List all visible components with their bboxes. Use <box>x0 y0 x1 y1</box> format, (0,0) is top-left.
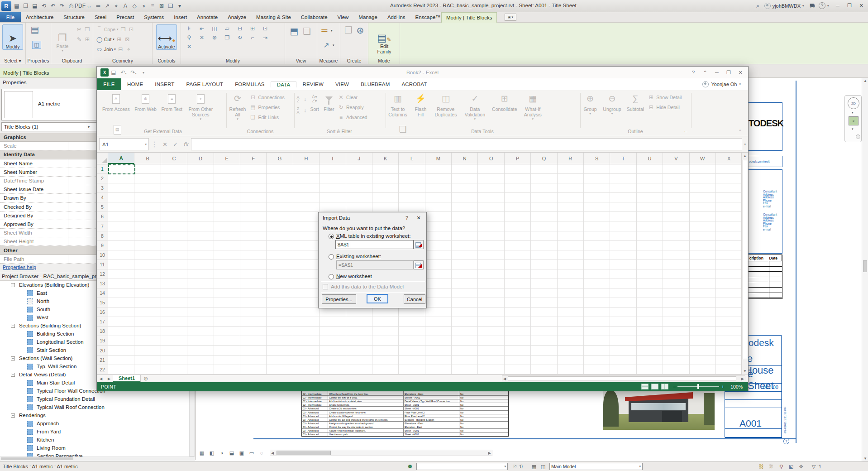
column-header[interactable]: C <box>161 153 187 164</box>
sun-path-icon[interactable]: ◑ <box>218 449 225 457</box>
activate-button[interactable]: ⟷● Activate <box>156 24 177 50</box>
excel-save-icon[interactable]: ⬓ <box>109 69 119 76</box>
column-header[interactable]: M <box>425 153 452 164</box>
column-header[interactable]: K <box>372 153 399 164</box>
column-header[interactable]: W <box>690 153 716 164</box>
grid-row[interactable]: 5 <box>97 202 748 212</box>
worksharing-display-icon[interactable]: ▦ <box>530 463 538 470</box>
measure-diagonal-caret-icon[interactable]: ▾ <box>333 43 334 47</box>
collapse-icon[interactable] <box>11 283 15 287</box>
name-box[interactable]: A1▾ <box>99 138 149 150</box>
excel-hscroll-thumb[interactable] <box>508 376 736 380</box>
offset-icon[interactable]: ⇤ <box>197 24 206 33</box>
tree-item[interactable]: Kitchen <box>0 436 195 444</box>
crop-view-icon[interactable]: ▣ <box>238 449 245 457</box>
unpin-icon[interactable]: ✕ <box>197 34 206 42</box>
range-picker-icon-2[interactable] <box>414 260 424 269</box>
help-menu-caret-icon[interactable]: ▾ <box>827 4 831 8</box>
redo-icon[interactable]: ↷ <box>57 2 67 10</box>
normal-view-icon[interactable] <box>641 384 649 389</box>
Analyze[interactable]: Analyze <box>223 14 251 20</box>
delete-icon[interactable]: ✕ <box>185 43 194 51</box>
column-header[interactable]: E <box>214 153 240 164</box>
refresh-all-button[interactable]: ⟳Refresh All▾ <box>228 91 248 122</box>
column-header[interactable]: F <box>240 153 267 164</box>
tree-item[interactable]: From Yard <box>0 428 195 436</box>
column-header[interactable]: X <box>716 153 742 164</box>
excel-qat-customize-icon[interactable]: ▾ <box>138 71 148 75</box>
type-properties-icon[interactable]: ◫ <box>32 41 41 49</box>
Precast[interactable]: Precast <box>111 14 139 20</box>
tab-modify-title-blocks[interactable]: Modify | Title Blocks <box>441 12 497 23</box>
Enscape™[interactable]: Enscape™ <box>410 14 446 20</box>
copy-clipboard-icon[interactable]: ❐ <box>83 25 92 34</box>
tree-item[interactable]: Typical Foundation Detail <box>0 395 195 403</box>
data-validation-button[interactable]: ✓Data Validation▾ <box>462 91 488 122</box>
grid-row[interactable]: 2 <box>97 174 748 183</box>
select-by-face-icon[interactable]: ⬕ <box>787 463 795 470</box>
enter-entry-icon[interactable]: ✓ <box>170 141 181 148</box>
excel-hscroll-right-icon[interactable]: ▶ <box>741 377 744 381</box>
mirror-icon[interactable]: ◫ <box>210 24 219 33</box>
cut-geometry-button[interactable]: ◯Cut ▾⊞⊠ <box>96 35 131 43</box>
column-header[interactable]: J <box>346 153 372 164</box>
column-header[interactable]: S <box>584 153 610 164</box>
tab-file[interactable]: File <box>0 12 21 22</box>
open-icon[interactable]: ❐ <box>21 2 30 10</box>
scroll-up-icon[interactable]: ▲ <box>863 79 867 83</box>
zoom-slider-thumb[interactable] <box>697 384 699 389</box>
signed-in-user[interactable]: yjohBMWDX <box>773 3 801 9</box>
rotate-icon[interactable]: ↻ <box>235 34 244 42</box>
excel-minimize-button[interactable]: ─ <box>711 68 723 77</box>
connection-properties-button[interactable]: ▤Properties <box>249 102 284 112</box>
new-sheet-icon[interactable]: ⊕ <box>141 375 151 382</box>
column-header[interactable]: V <box>663 153 689 164</box>
excel-tab-file[interactable]: FILE <box>97 78 121 90</box>
column-header[interactable]: L <box>399 153 425 164</box>
page-layout-view-icon[interactable] <box>651 384 658 389</box>
range-picker-icon-1[interactable] <box>414 240 424 249</box>
restore-button[interactable]: ❐ <box>844 2 854 10</box>
browser-horizontal-scrollbar[interactable] <box>0 457 195 461</box>
grid-row[interactable]: 21 <box>97 356 748 365</box>
column-header[interactable]: I <box>320 153 346 164</box>
print-icon[interactable]: ⎙ <box>67 2 76 10</box>
hide-detail-button[interactable]: ⊟Hide Detail <box>648 102 682 112</box>
sheet-nav-right-icon[interactable]: ▶ <box>105 377 113 381</box>
select-pinned-icon[interactable]: ⚲ <box>777 463 785 470</box>
name-box-caret-icon[interactable]: ▾ <box>145 143 148 146</box>
canvas-vertical-scrollbar[interactable]: ▲ ▼ <box>862 78 868 461</box>
close-hidden-windows-icon[interactable]: ⊠ <box>157 2 166 10</box>
excel-account[interactable]: Yoonjae Oh ▾ <box>702 78 741 90</box>
hscroll-thumb[interactable] <box>277 451 331 455</box>
temporary-hide-icon[interactable]: ◌ <box>258 449 265 457</box>
Annotate[interactable]: Annotate <box>192 14 223 20</box>
export-pdf-icon[interactable]: PDF <box>76 2 85 10</box>
scale-icon[interactable]: ⊡ <box>261 24 270 33</box>
minimize-button[interactable]: ─ <box>833 2 843 10</box>
switch-windows-icon[interactable]: ❏ <box>166 2 175 10</box>
scroll-right-icon[interactable]: ▶ <box>488 451 491 455</box>
Add-Ins[interactable]: Add-Ins <box>382 14 410 20</box>
select-underlay-icon[interactable]: ⛆ <box>768 463 775 470</box>
destination-input[interactable]: $A$1 <box>335 240 414 249</box>
account-avatar[interactable] <box>764 3 771 9</box>
move-icon[interactable]: ⊕ <box>210 34 219 42</box>
grid-row[interactable]: 18 <box>97 327 748 336</box>
Massing & Site[interactable]: Massing & Site <box>251 14 296 20</box>
store-cart-icon[interactable]: ⛟ <box>808 1 817 10</box>
excel-vertical-scrollbar[interactable]: ▲ ▼ <box>741 153 748 375</box>
measure-between-icon[interactable]: ↗ <box>103 2 112 10</box>
excel-help-icon[interactable]: ? <box>687 68 699 77</box>
measure-ruler-icon[interactable]: ═ <box>320 26 329 34</box>
save-icon[interactable]: ⬓ <box>30 2 39 10</box>
tree-item[interactable]: Renderings <box>0 411 195 419</box>
workset-select[interactable]: ▾ <box>416 463 508 470</box>
zoom-slider[interactable] <box>677 386 719 387</box>
visual-style-icon[interactable]: ◧ <box>208 449 215 457</box>
panel-label-select[interactable]: Select ▾ <box>0 58 25 63</box>
advanced-filter-button[interactable]: ≡Advanced <box>338 112 367 122</box>
consolidate-button[interactable]: ⊞Consolidate <box>490 91 519 113</box>
customize-qat-icon[interactable]: ▾ <box>175 2 184 10</box>
canvas-horizontal-scrollbar[interactable]: ◀ ▶ <box>270 450 492 456</box>
